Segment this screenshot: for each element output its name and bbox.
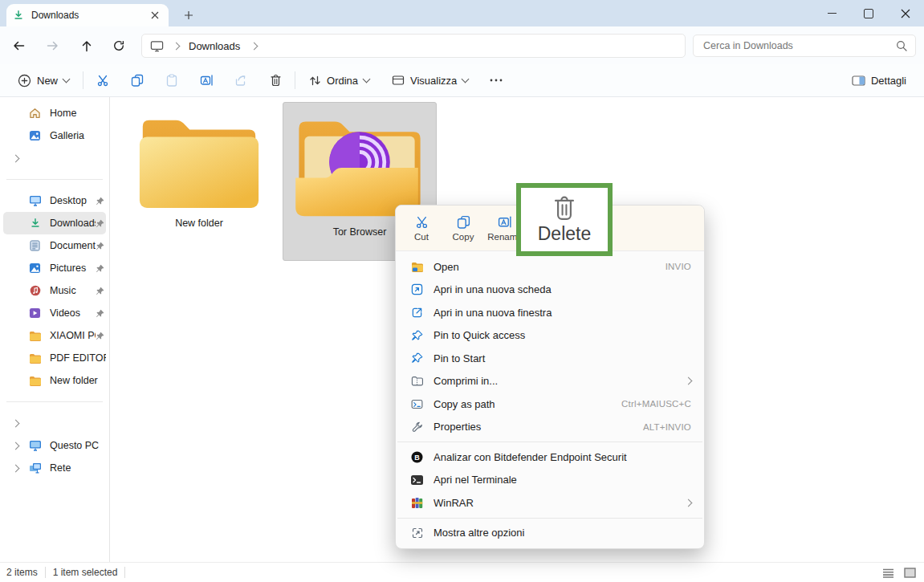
menu-item-open-terminal[interactable]: Apri nel Terminale bbox=[399, 469, 701, 492]
copy-command[interactable]: Copy bbox=[442, 209, 484, 247]
new-button[interactable]: New bbox=[10, 67, 77, 93]
context-menu: Cut Copy Rename Open INVIO bbox=[395, 205, 705, 549]
window-controls bbox=[813, 0, 924, 26]
sort-button-label: Ordina bbox=[327, 75, 358, 87]
status-separator bbox=[45, 567, 46, 578]
paste-button[interactable] bbox=[158, 67, 185, 93]
context-menu-items: Open INVIO Apri in una nuova scheda Apri… bbox=[396, 251, 704, 548]
expand-icon bbox=[410, 527, 424, 539]
file-tile-label: New folder bbox=[175, 218, 223, 229]
sort-button[interactable]: Ordina bbox=[301, 67, 377, 93]
sidebar-item-pdf-editor[interactable]: PDF EDITOR bbox=[3, 347, 106, 369]
sidebar-item-label: Music bbox=[50, 285, 96, 296]
this-pc-icon bbox=[28, 440, 42, 451]
more-options-button[interactable] bbox=[482, 67, 510, 93]
download-icon bbox=[13, 10, 24, 21]
gallery-icon bbox=[28, 130, 42, 141]
view-button[interactable]: Visualizza bbox=[384, 67, 476, 93]
menu-item-pin-to-start[interactable]: Pin to Start bbox=[399, 347, 701, 370]
sidebar-item-network[interactable]: Rete bbox=[3, 457, 106, 479]
menu-item-open-new-window[interactable]: Apri in una nuova finestra bbox=[399, 301, 701, 324]
menu-item-open-new-tab[interactable]: Apri in una nuova scheda bbox=[399, 279, 701, 302]
menu-divider bbox=[397, 442, 702, 442]
tab-close-icon[interactable] bbox=[148, 8, 162, 22]
items-count: 2 items bbox=[6, 567, 38, 578]
navigation-bar: Downloads bbox=[0, 26, 924, 64]
rename-icon bbox=[498, 215, 512, 229]
sidebar-item-label: New folder bbox=[50, 375, 106, 386]
copy-button[interactable] bbox=[124, 67, 151, 93]
sidebar-item-label: PDF EDITOR bbox=[50, 352, 106, 364]
sidebar-item-music[interactable]: Music bbox=[3, 279, 106, 302]
menu-item-pin-quick-access[interactable]: Pin to Quick access bbox=[399, 324, 701, 348]
menu-item-label: Pin to Quick access bbox=[434, 329, 691, 341]
up-button[interactable] bbox=[75, 34, 99, 58]
menu-item-compress[interactable]: Comprimi in... bbox=[399, 370, 701, 393]
delete-highlight-callout[interactable]: Delete bbox=[516, 183, 613, 256]
sidebar-item-label: Questo PC bbox=[50, 440, 106, 451]
music-icon bbox=[28, 285, 42, 296]
sidebar-expander[interactable] bbox=[3, 147, 106, 169]
bitdefender-icon: B bbox=[410, 451, 424, 463]
menu-item-label: WinRAR bbox=[434, 497, 686, 509]
sidebar-item-downloads[interactable]: Downloads bbox=[3, 212, 106, 234]
plus-circle-icon bbox=[18, 74, 31, 88]
compress-zip-icon bbox=[410, 376, 424, 386]
chevron-right-icon bbox=[11, 464, 19, 472]
large-icons-view-icon[interactable] bbox=[904, 568, 916, 578]
chevron-right-icon bbox=[11, 442, 19, 450]
new-tab-button[interactable] bbox=[180, 6, 197, 24]
open-new-tab-icon bbox=[410, 283, 424, 295]
file-tile-new-folder[interactable]: New folder bbox=[122, 102, 276, 261]
desktop-icon bbox=[28, 195, 42, 206]
share-button[interactable] bbox=[227, 67, 254, 93]
sidebar-item-home[interactable]: Home bbox=[3, 102, 106, 124]
wrench-icon bbox=[410, 421, 424, 433]
sidebar-item-xiaomi-poco[interactable]: XIAOMI POCO F bbox=[3, 324, 106, 347]
folder-icon bbox=[28, 331, 42, 341]
pin-icon bbox=[96, 287, 104, 295]
sidebar-item-videos[interactable]: Videos bbox=[3, 302, 106, 324]
menu-item-bitdefender-scan[interactable]: B Analizar con Bitdefender Endpoint Secu… bbox=[399, 446, 701, 469]
videos-icon bbox=[28, 307, 42, 319]
list-view-icon[interactable] bbox=[882, 568, 894, 578]
title-bar: Downloads bbox=[0, 0, 924, 26]
details-pane-button[interactable]: Dettagli bbox=[844, 67, 914, 93]
refresh-button[interactable] bbox=[107, 34, 131, 58]
close-button[interactable] bbox=[887, 0, 924, 26]
breadcrumb-downloads[interactable]: Downloads bbox=[189, 40, 240, 52]
documents-icon bbox=[28, 240, 42, 251]
copy-icon bbox=[457, 215, 470, 229]
chevron-right-icon[interactable] bbox=[250, 42, 258, 50]
cut-button[interactable] bbox=[89, 67, 116, 93]
address-bar[interactable]: Downloads bbox=[141, 34, 686, 58]
sidebar-item-new-folder[interactable]: New folder bbox=[3, 369, 106, 392]
cut-command[interactable]: Cut bbox=[401, 209, 442, 247]
delete-callout-label: Delete bbox=[538, 223, 591, 245]
menu-item-winrar[interactable]: WinRAR bbox=[399, 491, 701, 515]
sidebar-item-this-pc[interactable]: Questo PC bbox=[3, 434, 106, 457]
sidebar-item-label: Pictures bbox=[50, 263, 96, 274]
sidebar-item-desktop[interactable]: Desktop bbox=[3, 189, 106, 212]
search-input[interactable] bbox=[702, 39, 896, 52]
rename-button[interactable] bbox=[193, 67, 220, 93]
menu-item-copy-as-path[interactable]: Copy as path Ctrl+MAIUSC+C bbox=[399, 393, 701, 416]
delete-button[interactable] bbox=[262, 67, 289, 93]
sidebar-item-gallery[interactable]: Galleria bbox=[3, 124, 106, 147]
network-icon bbox=[28, 462, 42, 474]
minimize-button[interactable] bbox=[813, 0, 850, 26]
explorer-tab-downloads[interactable]: Downloads bbox=[6, 4, 169, 26]
back-button[interactable] bbox=[6, 34, 31, 58]
menu-item-properties[interactable]: Properties ALT+INVIO bbox=[399, 416, 701, 439]
sidebar-item-pictures[interactable]: Pictures bbox=[3, 257, 106, 279]
menu-item-show-more-options[interactable]: Mostra altre opzioni bbox=[399, 522, 701, 545]
sidebar-expander[interactable] bbox=[3, 412, 106, 434]
search-box[interactable] bbox=[693, 35, 916, 57]
menu-item-label: Copy as path bbox=[434, 398, 621, 410]
sidebar-item-documents[interactable]: Documents bbox=[3, 234, 106, 257]
forward-button[interactable] bbox=[40, 34, 64, 58]
status-separator bbox=[124, 567, 125, 578]
sidebar-divider bbox=[6, 401, 103, 402]
menu-item-open[interactable]: Open INVIO bbox=[399, 255, 701, 279]
maximize-button[interactable] bbox=[850, 0, 887, 26]
